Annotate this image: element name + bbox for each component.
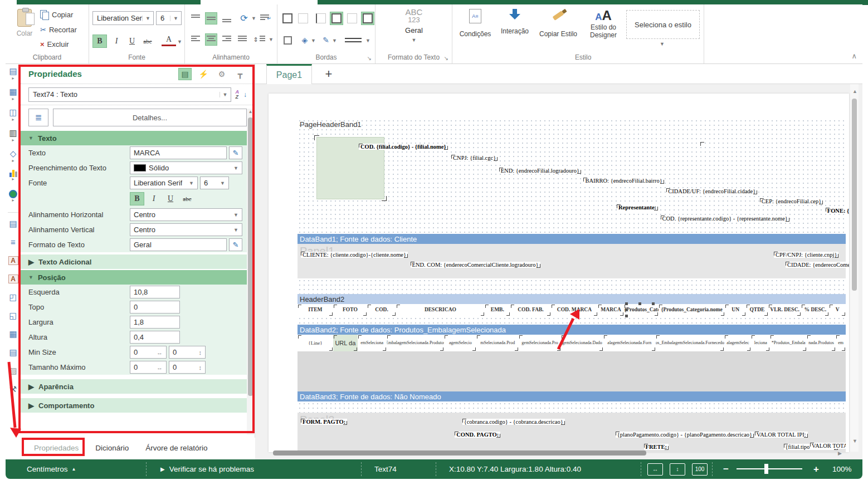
data-cell[interactable]: gemSelecionada.Dado bbox=[561, 335, 603, 351]
topo-input[interactable]: 0 bbox=[130, 301, 180, 314]
header-band2-header[interactable]: HeaderBand2 bbox=[298, 294, 846, 304]
fill-dropdown[interactable]: Sólido▼ bbox=[130, 161, 242, 174]
border-color-button[interactable]: ✎ bbox=[320, 33, 332, 47]
report-field[interactable]: CPF/CNPJ: {cliente.cnpj} bbox=[774, 252, 838, 258]
data-cell[interactable]: alagemSelec bbox=[724, 335, 751, 351]
designer-style-button[interactable]: AA Estilo do Designer bbox=[584, 8, 623, 56]
word-wrap-button[interactable]: ↵ bbox=[260, 12, 272, 25]
report-field[interactable]: FONE: {filial.telefone} bbox=[826, 208, 849, 214]
properties-view-button[interactable]: ▤ bbox=[178, 68, 192, 80]
toolbox-chart-button[interactable]: ▸ bbox=[6, 169, 21, 190]
selection-handle[interactable] bbox=[638, 302, 641, 305]
data-cell[interactable]: nada.Produtos bbox=[807, 335, 836, 351]
column-header[interactable]: ITEM bbox=[298, 304, 333, 316]
toolbox-table-bands-button[interactable]: ▦▸ bbox=[6, 87, 21, 107]
text-rotation-button[interactable]: ⟳ bbox=[237, 11, 251, 25]
delete-button[interactable]: × Excluir bbox=[40, 40, 69, 48]
altura-input[interactable]: 0,4 bbox=[130, 331, 180, 344]
check-problems-button[interactable]: ▶ Verificar se há problemas bbox=[160, 459, 254, 479]
report-field[interactable]: COD. {representante.codigo} - {represent… bbox=[661, 215, 789, 222]
text-lines-icon[interactable]: ≣ bbox=[28, 109, 48, 126]
selection-handle[interactable] bbox=[625, 308, 628, 311]
report-field[interactable]: CIDADE/UF: {endrecoFilial.cidade} bbox=[666, 188, 757, 194]
edit-pencil-icon[interactable]: ✎ bbox=[229, 146, 242, 159]
fill-color-button[interactable]: ◈ bbox=[299, 33, 311, 47]
data-cell[interactable]: leciona bbox=[751, 335, 770, 351]
units-selector[interactable]: Centímetros ▲ bbox=[27, 459, 76, 479]
minsize-width-input[interactable]: 0↔ bbox=[130, 346, 167, 359]
tab-page1[interactable]: Page1 bbox=[266, 64, 312, 84]
data-cell[interactable]: {Produtos_EmbalagemSelecionada.Produtos.… bbox=[387, 335, 445, 351]
column-header[interactable]: COD. bbox=[367, 304, 396, 316]
border-bottom-button[interactable] bbox=[361, 12, 374, 25]
toolbox-richtext2-button[interactable]: A bbox=[6, 270, 21, 288]
tab-propriedades[interactable]: Propriedades bbox=[34, 444, 79, 452]
sort-az-icon[interactable]: AZ bbox=[236, 90, 240, 100]
collapse-ribbon-button[interactable]: ∧ bbox=[851, 52, 857, 60]
chevron-down-icon[interactable]: ▼ bbox=[269, 37, 274, 42]
bold-toggle[interactable]: B bbox=[130, 192, 144, 205]
zoom-slider-thumb[interactable] bbox=[764, 464, 768, 474]
add-page-button[interactable]: + bbox=[321, 66, 337, 82]
column-header-marca-selected[interactable]: MARCA bbox=[598, 304, 625, 316]
maxsize-width-input[interactable]: 0↔ bbox=[130, 361, 167, 374]
toolbox-barcode-button[interactable]: ▥▸ bbox=[6, 128, 21, 149]
report-page[interactable]: PageHeaderBand1 COD. {filial.codigo} - {… bbox=[269, 94, 849, 452]
chevron-down-icon[interactable]: ▼ bbox=[177, 39, 182, 45]
scrollbar-thumb[interactable] bbox=[248, 117, 253, 396]
report-field[interactable]: CEP: {endrecoFilial.cep} bbox=[760, 198, 823, 204]
valign-dropdown[interactable]: Centro▼ bbox=[130, 223, 242, 236]
column-header[interactable]: % DESC. bbox=[801, 304, 829, 316]
data-cell[interactable]: *Produtos_Embala bbox=[770, 335, 807, 351]
column-header[interactable]: {Produtos_Categoria.nome bbox=[659, 304, 725, 316]
chevron-down-icon[interactable]: ▼ bbox=[332, 38, 337, 43]
toolbox-image-button[interactable]: ▨ bbox=[6, 361, 21, 380]
report-field[interactable]: CNPJ: {filial.cgc} bbox=[451, 155, 498, 161]
details-button[interactable]: Detalhes... bbox=[53, 109, 247, 126]
scrollbar-thumb[interactable] bbox=[852, 99, 857, 291]
data-cell[interactable]: {Produtos_EmbalagemSelecionada.Fornecedo… bbox=[656, 335, 725, 351]
column-header[interactable]: DESCRICAO bbox=[396, 304, 485, 316]
underline-button[interactable]: U bbox=[125, 35, 139, 48]
chevron-down-icon[interactable]: ▼ bbox=[365, 38, 370, 43]
chevron-down-icon[interactable]: ▼ bbox=[251, 16, 256, 21]
vertical-scrollbar[interactable]: ▲ ▼ bbox=[850, 84, 859, 452]
border-outline-button[interactable] bbox=[281, 33, 294, 47]
halign-justify-button[interactable] bbox=[236, 33, 248, 46]
border-none-button[interactable] bbox=[296, 12, 310, 25]
interaction-button[interactable]: Interação bbox=[497, 9, 533, 51]
scroll-down-icon[interactable]: ▼ bbox=[852, 438, 857, 444]
maxsize-height-input[interactable]: 0↕ bbox=[169, 361, 206, 374]
cut-button[interactable]: ✂ Recortar bbox=[40, 26, 77, 34]
border-style-button[interactable] bbox=[342, 33, 364, 47]
font-family-dropdown[interactable]: Liberation Serif▼ bbox=[130, 177, 198, 189]
data-band3-header[interactable]: DataBand3; Fonte de dados: Não Nomeado bbox=[298, 391, 846, 401]
data-cell[interactable]: gemSelecionada.Pro bbox=[519, 335, 561, 351]
column-header[interactable]: COD. MARCA bbox=[551, 304, 597, 316]
fit-page-width-button[interactable]: ↔ bbox=[647, 463, 663, 476]
border-right-button[interactable] bbox=[345, 12, 359, 25]
scroll-right-icon[interactable]: ▶ bbox=[838, 450, 842, 456]
report-field[interactable]: COD. {filial.codigo} - {filial.nome} bbox=[359, 144, 448, 150]
column-header[interactable]: EMB. bbox=[485, 304, 510, 316]
bold-button[interactable]: B bbox=[92, 35, 107, 48]
texto-input[interactable]: MARCA bbox=[130, 146, 227, 159]
font-family-select[interactable]: Liberation Serif ▼ bbox=[92, 11, 154, 25]
selection-handle[interactable] bbox=[652, 302, 655, 305]
events-button[interactable]: ⚡ bbox=[197, 68, 210, 80]
zoom-out-button[interactable]: − bbox=[723, 459, 729, 479]
copy-button[interactable]: Copiar bbox=[40, 10, 73, 19]
column-header[interactable]: UN bbox=[725, 304, 746, 316]
zoom-in-button[interactable]: + bbox=[813, 459, 819, 479]
valign-center-button[interactable] bbox=[205, 12, 217, 25]
column-header[interactable]: FOTO bbox=[333, 304, 368, 316]
zoom-slider[interactable] bbox=[737, 459, 802, 479]
report-field[interactable]: END. COM: {enderecoComercialCliente.logr… bbox=[411, 262, 540, 268]
settings-button[interactable]: ⚙ bbox=[215, 68, 228, 80]
tab-arvore-relatorio[interactable]: Árvore de relatório bbox=[145, 444, 207, 452]
report-field[interactable]: END: {endrecoFilial.logradouro} bbox=[499, 168, 581, 174]
section-comportamento[interactable]: ▶ Comportamento bbox=[21, 398, 255, 413]
valign-bottom-button[interactable] bbox=[221, 12, 233, 25]
section-texto-adicional[interactable]: ▶ Texto Adicional bbox=[21, 254, 255, 269]
edit-pencil-icon[interactable]: ✎ bbox=[229, 238, 242, 251]
